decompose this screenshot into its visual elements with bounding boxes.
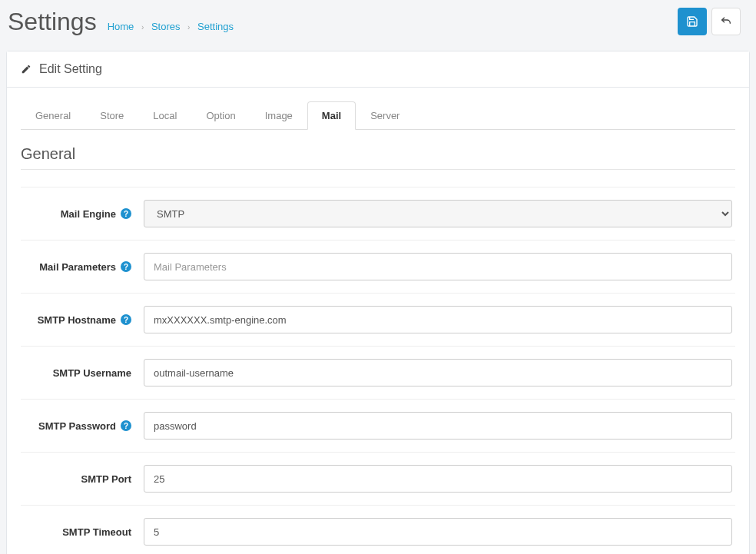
page-header: Settings Home › Stores › Settings bbox=[0, 0, 756, 51]
breadcrumb-stores[interactable]: Stores bbox=[151, 21, 181, 32]
undo-icon bbox=[720, 15, 732, 28]
pencil-icon bbox=[21, 64, 32, 75]
tab-local[interactable]: Local bbox=[138, 101, 191, 130]
save-icon bbox=[686, 15, 698, 28]
label-smtp-hostname: SMTP Hostname ? bbox=[21, 314, 144, 326]
panel-body: General Store Local Option Image Mail Se… bbox=[7, 88, 749, 554]
form-group-smtp-hostname: SMTP Hostname ? bbox=[21, 293, 735, 346]
tab-store[interactable]: Store bbox=[85, 101, 138, 130]
breadcrumb-sep: › bbox=[141, 23, 144, 32]
tab-option[interactable]: Option bbox=[191, 101, 250, 130]
breadcrumb-sep: › bbox=[187, 23, 190, 32]
input-wrap: SMTP bbox=[144, 200, 735, 227]
label-text: SMTP Hostname bbox=[38, 314, 116, 326]
label-text: SMTP Timeout bbox=[62, 526, 131, 538]
smtp-password-input[interactable] bbox=[144, 412, 732, 440]
panel-heading: Edit Setting bbox=[7, 51, 749, 88]
smtp-username-input[interactable] bbox=[144, 359, 732, 386]
tab-mail[interactable]: Mail bbox=[307, 101, 356, 130]
label-text: Mail Parameters bbox=[39, 261, 116, 273]
label-mail-engine: Mail Engine ? bbox=[21, 208, 144, 220]
nav-tabs: General Store Local Option Image Mail Se… bbox=[21, 101, 735, 130]
page-header-left: Settings Home › Stores › Settings bbox=[8, 9, 234, 34]
form-group-mail-engine: Mail Engine ? SMTP bbox=[21, 187, 735, 240]
label-smtp-port: SMTP Port bbox=[21, 473, 144, 485]
label-smtp-password: SMTP Password ? bbox=[21, 420, 144, 432]
input-wrap bbox=[144, 253, 735, 280]
smtp-port-input[interactable] bbox=[144, 465, 732, 493]
label-text: SMTP Username bbox=[53, 367, 131, 379]
save-button[interactable] bbox=[678, 8, 707, 35]
input-wrap bbox=[144, 465, 735, 493]
form-group-smtp-timeout: SMTP Timeout bbox=[21, 505, 735, 554]
mail-parameters-input[interactable] bbox=[144, 253, 732, 280]
input-wrap bbox=[144, 518, 735, 546]
label-smtp-timeout: SMTP Timeout bbox=[21, 526, 144, 538]
label-smtp-username: SMTP Username bbox=[21, 367, 144, 379]
form-group-mail-parameters: Mail Parameters ? bbox=[21, 240, 735, 293]
help-icon[interactable]: ? bbox=[121, 420, 131, 431]
help-icon[interactable]: ? bbox=[121, 208, 131, 219]
section-legend: General bbox=[21, 145, 735, 170]
form-group-smtp-port: SMTP Port bbox=[21, 452, 735, 505]
smtp-timeout-input[interactable] bbox=[144, 518, 732, 546]
settings-panel: Edit Setting General Store Local Option … bbox=[6, 51, 750, 554]
breadcrumb-settings[interactable]: Settings bbox=[197, 21, 234, 32]
label-text: SMTP Password bbox=[38, 420, 116, 432]
tab-general[interactable]: General bbox=[21, 101, 85, 130]
panel-title: Edit Setting bbox=[21, 62, 735, 76]
input-wrap bbox=[144, 306, 735, 333]
label-mail-parameters: Mail Parameters ? bbox=[21, 261, 144, 273]
input-wrap bbox=[144, 359, 735, 386]
label-text: Mail Engine bbox=[61, 208, 116, 220]
mail-engine-select[interactable]: SMTP bbox=[144, 200, 732, 227]
breadcrumb: Home › Stores › Settings bbox=[108, 21, 234, 32]
help-icon[interactable]: ? bbox=[121, 261, 131, 272]
help-icon[interactable]: ? bbox=[121, 314, 131, 325]
input-wrap bbox=[144, 412, 735, 440]
tab-image[interactable]: Image bbox=[250, 101, 307, 130]
page-title: Settings bbox=[8, 9, 97, 34]
back-button[interactable] bbox=[711, 8, 741, 35]
form-group-smtp-username: SMTP Username bbox=[21, 346, 735, 399]
panel-title-text: Edit Setting bbox=[39, 62, 102, 76]
form-group-smtp-password: SMTP Password ? bbox=[21, 399, 735, 452]
label-text: SMTP Port bbox=[81, 473, 132, 485]
header-actions bbox=[678, 8, 741, 35]
breadcrumb-home[interactable]: Home bbox=[108, 21, 134, 32]
smtp-hostname-input[interactable] bbox=[144, 306, 732, 333]
tab-server[interactable]: Server bbox=[356, 101, 414, 130]
